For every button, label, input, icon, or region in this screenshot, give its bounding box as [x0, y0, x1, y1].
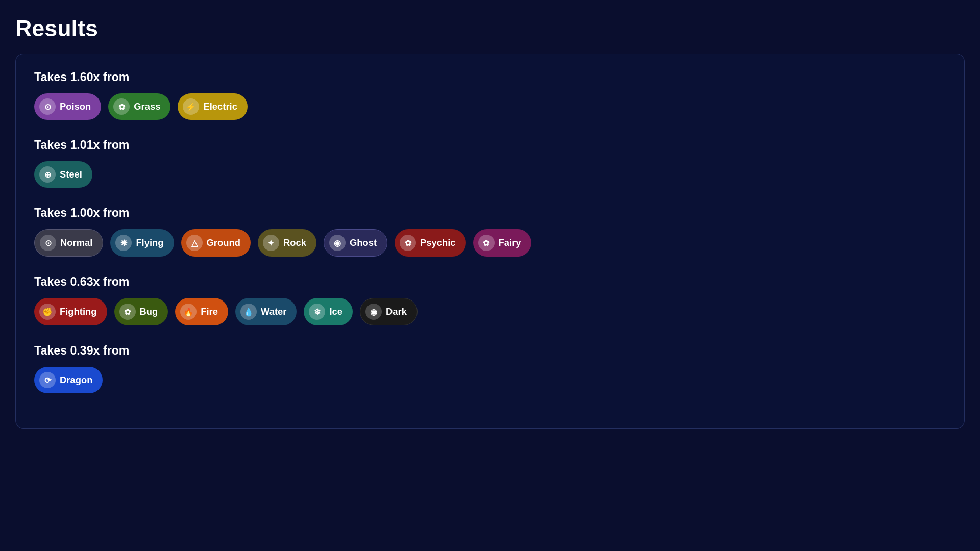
bug-icon: ✿: [119, 304, 136, 320]
dark-icon: ◉: [365, 304, 382, 320]
type-badge-psychic[interactable]: ✿Psychic: [395, 229, 466, 257]
water-icon: 💧: [240, 304, 257, 320]
results-container: Takes 1.60x from⊙Poison✿Grass⚡ElectricTa…: [15, 54, 965, 429]
bug-label: Bug: [140, 306, 158, 317]
ice-label: Ice: [329, 306, 342, 317]
badges-takes-101: ⊕Steel: [34, 161, 946, 188]
section-title-takes-160: Takes 1.60x from: [34, 70, 946, 84]
section-title-takes-063: Takes 0.63x from: [34, 275, 946, 289]
section-takes-063: Takes 0.63x from✊Fighting✿Bug🔥Fire💧Water…: [34, 275, 946, 325]
flying-icon: ❋: [115, 235, 132, 251]
type-badge-ice[interactable]: ❄Ice: [304, 298, 353, 325]
type-badge-grass[interactable]: ✿Grass: [108, 93, 170, 120]
ghost-label: Ghost: [350, 237, 377, 248]
section-takes-160: Takes 1.60x from⊙Poison✿Grass⚡Electric: [34, 70, 946, 120]
fairy-icon: ✿: [478, 235, 495, 251]
fire-label: Fire: [201, 306, 218, 317]
page-title: Results: [15, 15, 965, 41]
type-badge-water[interactable]: 💧Water: [235, 298, 297, 325]
type-badge-steel[interactable]: ⊕Steel: [34, 161, 92, 188]
dragon-icon: ⟳: [39, 372, 56, 388]
section-title-takes-100: Takes 1.00x from: [34, 206, 946, 220]
type-badge-flying[interactable]: ❋Flying: [110, 229, 174, 257]
poison-icon: ⊙: [39, 98, 56, 115]
ghost-icon: ◉: [329, 235, 346, 251]
type-badge-ground[interactable]: △Ground: [181, 229, 251, 257]
normal-icon: ⊙: [40, 235, 56, 251]
type-badge-rock[interactable]: ✦Rock: [258, 229, 316, 257]
badges-takes-100: ⊙Normal❋Flying△Ground✦Rock◉Ghost✿Psychic…: [34, 229, 946, 257]
fire-icon: 🔥: [180, 304, 197, 320]
steel-label: Steel: [60, 169, 82, 180]
grass-icon: ✿: [113, 98, 130, 115]
normal-label: Normal: [60, 237, 92, 248]
rock-label: Rock: [283, 237, 306, 248]
rock-icon: ✦: [263, 235, 279, 251]
psychic-label: Psychic: [420, 237, 456, 248]
dark-label: Dark: [386, 306, 407, 317]
fighting-icon: ✊: [39, 304, 56, 320]
ice-icon: ❄: [309, 304, 325, 320]
type-badge-dark[interactable]: ◉Dark: [360, 298, 418, 325]
section-takes-100: Takes 1.00x from⊙Normal❋Flying△Ground✦Ro…: [34, 206, 946, 257]
type-badge-dragon[interactable]: ⟳Dragon: [34, 367, 103, 393]
water-label: Water: [261, 306, 286, 317]
dragon-label: Dragon: [60, 374, 92, 386]
type-badge-ghost[interactable]: ◉Ghost: [324, 229, 387, 257]
type-badge-fighting[interactable]: ✊Fighting: [34, 298, 107, 325]
type-badge-normal[interactable]: ⊙Normal: [34, 229, 103, 257]
type-badge-fairy[interactable]: ✿Fairy: [473, 229, 531, 257]
flying-label: Flying: [136, 237, 163, 248]
section-takes-039: Takes 0.39x from⟳Dragon: [34, 344, 946, 393]
badges-takes-039: ⟳Dragon: [34, 367, 946, 393]
electric-label: Electric: [203, 101, 237, 112]
section-title-takes-039: Takes 0.39x from: [34, 344, 946, 358]
ground-label: Ground: [207, 237, 240, 248]
type-badge-bug[interactable]: ✿Bug: [114, 298, 168, 325]
grass-label: Grass: [134, 101, 160, 112]
fighting-label: Fighting: [60, 306, 97, 317]
type-badge-poison[interactable]: ⊙Poison: [34, 93, 101, 120]
badges-takes-160: ⊙Poison✿Grass⚡Electric: [34, 93, 946, 120]
poison-label: Poison: [60, 101, 91, 112]
type-badge-fire[interactable]: 🔥Fire: [175, 298, 228, 325]
section-takes-101: Takes 1.01x from⊕Steel: [34, 138, 946, 188]
electric-icon: ⚡: [183, 98, 199, 115]
fairy-label: Fairy: [499, 237, 521, 248]
badges-takes-063: ✊Fighting✿Bug🔥Fire💧Water❄Ice◉Dark: [34, 298, 946, 325]
type-badge-electric[interactable]: ⚡Electric: [178, 93, 247, 120]
ground-icon: △: [186, 235, 203, 251]
psychic-icon: ✿: [400, 235, 416, 251]
steel-icon: ⊕: [39, 166, 56, 183]
section-title-takes-101: Takes 1.01x from: [34, 138, 946, 152]
